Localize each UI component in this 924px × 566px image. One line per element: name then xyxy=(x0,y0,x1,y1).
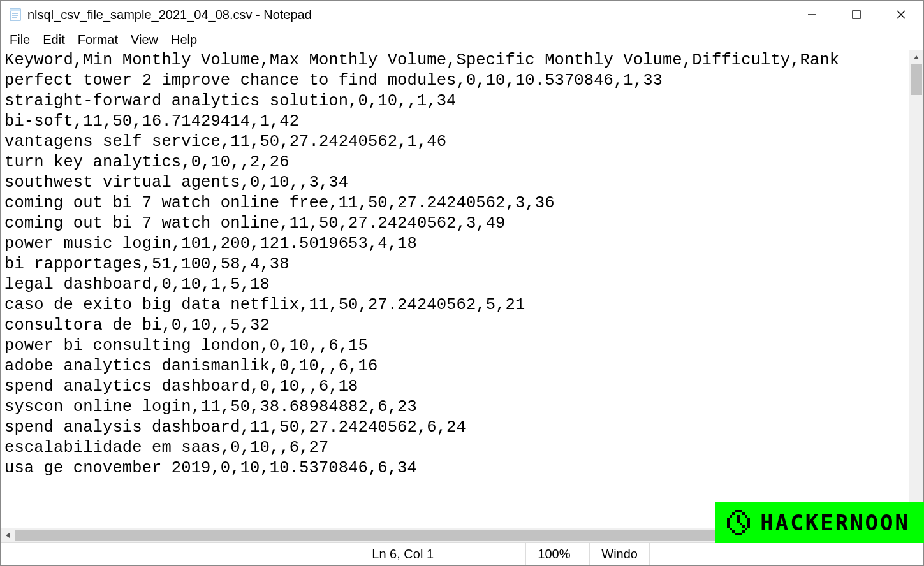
close-button[interactable] xyxy=(879,1,923,29)
svg-rect-39 xyxy=(742,525,745,528)
menu-edit[interactable]: Edit xyxy=(36,30,71,50)
svg-rect-15 xyxy=(740,510,742,512)
svg-rect-31 xyxy=(742,530,745,533)
svg-rect-18 xyxy=(730,515,732,518)
menu-view[interactable]: View xyxy=(124,30,165,50)
svg-rect-23 xyxy=(747,520,750,523)
notepad-app-icon xyxy=(8,8,22,22)
svg-rect-14 xyxy=(737,510,740,512)
titlebar: nlsql_csv_file_sample_2021_04_08.csv - N… xyxy=(1,1,923,29)
status-line-ending: Windo xyxy=(589,543,649,565)
svg-rect-34 xyxy=(740,533,742,535)
svg-rect-21 xyxy=(747,518,750,520)
menubar: File Edit Format View Help xyxy=(1,29,923,50)
svg-rect-19 xyxy=(745,515,747,518)
window-controls xyxy=(789,1,923,29)
svg-marker-9 xyxy=(914,55,919,59)
svg-rect-29 xyxy=(745,528,747,530)
vscroll-thumb[interactable] xyxy=(911,64,922,95)
scroll-up-icon[interactable] xyxy=(909,50,923,64)
svg-marker-11 xyxy=(6,533,10,538)
svg-rect-6 xyxy=(853,11,860,18)
hackernoon-watermark: HACKERNOON xyxy=(715,502,924,543)
notepad-window: nlsql_csv_file_sample_2021_04_08.csv - N… xyxy=(0,0,924,566)
window-title: nlsql_csv_file_sample_2021_04_08.csv - N… xyxy=(27,8,789,22)
svg-rect-17 xyxy=(742,512,745,515)
svg-rect-28 xyxy=(730,528,732,530)
svg-rect-22 xyxy=(727,520,730,523)
svg-rect-20 xyxy=(727,518,730,520)
status-encoding xyxy=(649,543,923,565)
minimize-button[interactable] xyxy=(789,1,834,29)
scroll-left-icon[interactable] xyxy=(1,528,15,542)
statusbar: Ln 6, Col 1 100% Windo xyxy=(1,542,923,565)
menu-file[interactable]: File xyxy=(3,30,36,50)
svg-rect-30 xyxy=(732,530,735,533)
menu-help[interactable]: Help xyxy=(165,30,203,50)
vertical-scrollbar[interactable] xyxy=(909,50,923,528)
svg-rect-32 xyxy=(735,533,737,535)
svg-rect-25 xyxy=(747,523,750,525)
status-cursor-position: Ln 6, Col 1 xyxy=(360,543,525,565)
svg-rect-33 xyxy=(737,533,740,535)
vscroll-track[interactable] xyxy=(909,64,923,514)
svg-rect-35 xyxy=(737,515,740,518)
svg-rect-38 xyxy=(740,523,742,525)
editor-wrap: Keyword,Min Monthly Volume,Max Monthly V… xyxy=(1,50,923,528)
status-zoom: 100% xyxy=(525,543,589,565)
svg-rect-36 xyxy=(737,518,740,520)
svg-rect-16 xyxy=(732,512,735,515)
svg-rect-27 xyxy=(747,525,750,528)
hackernoon-clock-icon xyxy=(724,509,752,537)
menu-format[interactable]: Format xyxy=(71,30,124,50)
svg-rect-13 xyxy=(735,510,737,512)
svg-rect-37 xyxy=(737,520,740,523)
text-editor[interactable]: Keyword,Min Monthly Volume,Max Monthly V… xyxy=(1,50,909,528)
maximize-button[interactable] xyxy=(834,1,879,29)
svg-rect-26 xyxy=(727,525,730,528)
svg-rect-24 xyxy=(727,523,730,525)
watermark-text: HACKERNOON xyxy=(760,510,910,535)
svg-rect-1 xyxy=(10,9,20,11)
